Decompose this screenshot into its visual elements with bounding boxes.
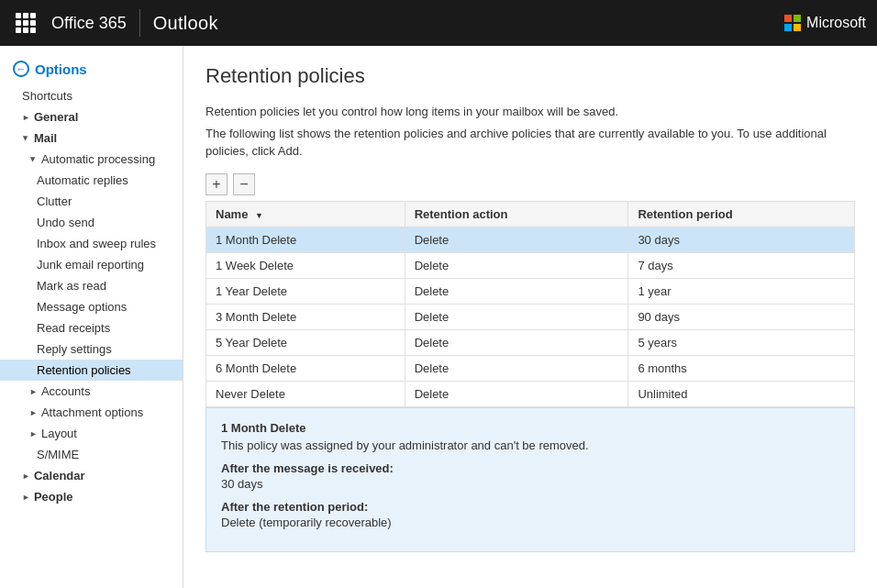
sidebar-item-accounts[interactable]: ► Accounts bbox=[0, 381, 183, 402]
table-cell-period: 90 days bbox=[628, 304, 855, 329]
table-row[interactable]: 6 Month DeleteDelete6 months bbox=[206, 355, 855, 381]
table-cell-name: 1 Year Delete bbox=[206, 278, 405, 304]
table-row[interactable]: 1 Month DeleteDelete30 days bbox=[206, 227, 855, 252]
sidebar-item-attachment-options[interactable]: ► Attachment options bbox=[0, 402, 183, 423]
back-arrow-icon: ← bbox=[13, 61, 29, 77]
sidebar-item-mail[interactable]: ► Mail bbox=[0, 128, 183, 149]
table-cell-period: 30 days bbox=[628, 227, 855, 252]
topbar: Office 365 Outlook Microsoft bbox=[0, 0, 877, 46]
detail-title: 1 Month Delete bbox=[221, 421, 839, 435]
product-name: Office 365 bbox=[51, 14, 127, 33]
options-label: Options bbox=[35, 61, 87, 77]
table-cell-name: 1 Week Delete bbox=[206, 252, 405, 278]
table-toolbar: + − bbox=[205, 173, 855, 195]
sidebar-item-people[interactable]: ► People bbox=[0, 486, 183, 507]
table-cell-action: Delete bbox=[405, 381, 628, 406]
col-header-name[interactable]: Name ▼ bbox=[206, 201, 405, 227]
table-row[interactable]: Never DeleteDeleteUnlimited bbox=[206, 381, 855, 406]
sidebar-item-message-options[interactable]: Message options bbox=[0, 296, 183, 317]
table-row[interactable]: 3 Month DeleteDelete90 days bbox=[206, 304, 855, 329]
sidebar-section: Shortcuts ► General ► Mail ► Automatic p… bbox=[0, 83, 183, 510]
sidebar-item-automatic-processing[interactable]: ► Automatic processing bbox=[0, 149, 183, 170]
col-header-period[interactable]: Retention period bbox=[628, 201, 855, 227]
detail-panel: 1 Month Delete This policy was assigned … bbox=[205, 407, 855, 552]
table-cell-period: 1 year bbox=[628, 278, 855, 304]
sidebar-item-general[interactable]: ► General bbox=[0, 106, 183, 128]
table-cell-name: 1 Month Delete bbox=[206, 227, 405, 252]
table-cell-period: Unlimited bbox=[628, 381, 855, 406]
policies-table: Name ▼ Retention action Retention period… bbox=[205, 201, 855, 407]
sidebar-item-shortcuts[interactable]: Shortcuts bbox=[0, 85, 183, 106]
table-cell-name: 6 Month Delete bbox=[206, 355, 405, 381]
table-cell-period: 7 days bbox=[628, 252, 855, 278]
chevron-right-icon: ► bbox=[29, 408, 38, 417]
microsoft-logo: Microsoft bbox=[784, 15, 866, 31]
table-cell-period: 5 years bbox=[628, 329, 855, 355]
chevron-right-icon: ► bbox=[29, 429, 38, 438]
sidebar-item-smime[interactable]: S/MIME bbox=[0, 444, 183, 465]
chevron-down-icon: ► bbox=[21, 134, 30, 142]
chevron-right-icon: ► bbox=[22, 472, 30, 481]
table-cell-period: 6 months bbox=[628, 355, 855, 381]
app-name: Outlook bbox=[153, 13, 218, 34]
sidebar-item-inbox-sweep[interactable]: Inbox and sweep rules bbox=[0, 233, 183, 254]
detail-subtitle: This policy was assigned by your adminis… bbox=[221, 438, 839, 452]
page-title: Retention policies bbox=[205, 64, 855, 88]
add-button[interactable]: + bbox=[205, 173, 228, 195]
sidebar-item-retention-policies[interactable]: Retention policies bbox=[0, 360, 183, 381]
chevron-right-icon: ► bbox=[22, 113, 30, 122]
table-row[interactable]: 5 Year DeleteDelete5 years bbox=[206, 329, 855, 355]
sidebar-item-clutter[interactable]: Clutter bbox=[0, 191, 183, 212]
table-cell-action: Delete bbox=[405, 304, 628, 329]
remove-button[interactable]: − bbox=[233, 173, 255, 195]
sidebar-item-mark-as-read[interactable]: Mark as read bbox=[0, 275, 183, 296]
sidebar-item-calendar[interactable]: ► Calendar bbox=[0, 465, 183, 486]
table-cell-action: Delete bbox=[405, 227, 628, 252]
sidebar: ← Options Shortcuts ► General ► Mail ► A… bbox=[0, 46, 183, 588]
table-row[interactable]: 1 Year DeleteDelete1 year bbox=[206, 278, 855, 304]
table-cell-action: Delete bbox=[405, 278, 628, 304]
table-cell-name: 5 Year Delete bbox=[206, 329, 405, 355]
topbar-divider bbox=[139, 9, 140, 37]
table-cell-action: Delete bbox=[405, 355, 628, 381]
brand-text: Microsoft bbox=[806, 15, 866, 31]
sort-arrow-icon: ▼ bbox=[255, 211, 263, 220]
sidebar-item-read-receipts[interactable]: Read receipts bbox=[0, 317, 183, 338]
table-row[interactable]: 1 Week DeleteDelete7 days bbox=[206, 252, 855, 278]
description-1: Retention policies let you control how l… bbox=[205, 103, 855, 121]
detail-value-2: Delete (temporarily recoverable) bbox=[221, 516, 839, 529]
content-area: Retention policies Retention policies le… bbox=[183, 46, 877, 588]
sidebar-item-reply-settings[interactable]: Reply settings bbox=[0, 338, 183, 360]
detail-value-1: 30 days bbox=[221, 477, 839, 491]
options-link[interactable]: ← Options bbox=[0, 55, 183, 83]
chevron-right-icon: ► bbox=[29, 387, 38, 396]
table-cell-name: Never Delete bbox=[206, 381, 405, 406]
table-cell-action: Delete bbox=[405, 329, 628, 355]
table-cell-name: 3 Month Delete bbox=[206, 304, 405, 329]
sidebar-item-layout[interactable]: ► Layout bbox=[0, 423, 183, 444]
sidebar-item-junk-email[interactable]: Junk email reporting bbox=[0, 254, 183, 275]
sidebar-item-undo-send[interactable]: Undo send bbox=[0, 212, 183, 233]
sidebar-item-automatic-replies[interactable]: Automatic replies bbox=[0, 170, 183, 191]
chevron-down-icon: ► bbox=[28, 155, 38, 163]
chevron-right-icon: ► bbox=[22, 493, 30, 502]
table-cell-action: Delete bbox=[405, 252, 628, 278]
description-2: The following list shows the retention p… bbox=[205, 125, 855, 161]
detail-label-1: After the message is received: bbox=[221, 461, 839, 475]
apps-icon[interactable] bbox=[11, 8, 40, 38]
detail-label-2: After the retention period: bbox=[221, 500, 839, 514]
col-header-action[interactable]: Retention action bbox=[405, 201, 628, 227]
